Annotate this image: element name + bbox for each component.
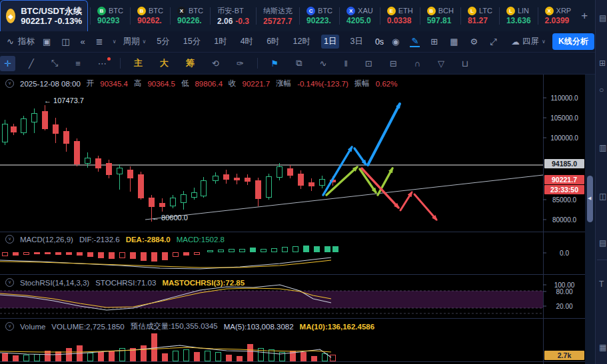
chevron-down-icon: ∨ bbox=[542, 39, 546, 45]
svg-text:100000.0: 100000.0 bbox=[550, 134, 578, 142]
active-symbol-tab[interactable]: ◆ BTC/USDT永续 90221.7 -0.13% bbox=[0, 0, 88, 31]
timeframe-6时[interactable]: 6时 bbox=[264, 35, 282, 49]
kline-analysis-button[interactable]: K线分析 bbox=[552, 33, 594, 50]
measure-tool[interactable]: ⧉ bbox=[292, 55, 306, 71]
ticker-symbol: LTC bbox=[479, 7, 492, 15]
lock-tool[interactable]: ⊡ bbox=[361, 56, 376, 71]
axis-label-90221.7: 90221.7 bbox=[544, 175, 584, 184]
indicators-button[interactable]: ∿ 指标 bbox=[5, 36, 35, 47]
collapse-pane-icon[interactable]: ∨ bbox=[5, 278, 14, 287]
coin-gold-icon: L bbox=[468, 7, 476, 15]
ticker-XRP[interactable]: XXRP2.0399 bbox=[540, 7, 576, 25]
more-tools[interactable]: ⋯ bbox=[94, 56, 111, 71]
chart-scrollbar[interactable]: ◀ bbox=[585, 75, 595, 364]
sidebar-icon[interactable]: ○ bbox=[599, 85, 604, 94]
note-tool[interactable]: ⊟ bbox=[386, 56, 401, 71]
ticker-币安-BT[interactable]: 币安-BT2.06-0.3 bbox=[213, 6, 254, 26]
svg-text:← 107473.7: ← 107473.7 bbox=[44, 96, 84, 104]
ticker-price: 0.0338 bbox=[387, 16, 412, 25]
ticker-LTC[interactable]: LLTC81.27 bbox=[463, 7, 497, 25]
chart-area[interactable]: ← 107473.7← 80600.0110000.0105000.010000… bbox=[0, 75, 607, 364]
ticker-BTC[interactable]: BBTC90293 bbox=[93, 7, 128, 25]
coin-black-icon: X bbox=[177, 7, 186, 15]
active-symbol-change: -0.13% bbox=[55, 16, 82, 26]
ticker-BTC[interactable]: BBTC90262. bbox=[133, 7, 168, 25]
svg-text:80000.0: 80000.0 bbox=[552, 216, 577, 224]
coin-gold-icon: X bbox=[545, 7, 554, 15]
cloud-layout-dropdown[interactable]: ☁ 四屏 ∨ bbox=[512, 36, 546, 47]
sidebar-icon[interactable]: ◫ bbox=[599, 192, 606, 201]
chart-style-icon[interactable]: ≣ bbox=[95, 37, 105, 47]
ticker-symbol: 币安-BT bbox=[217, 6, 244, 16]
timeframe-4时[interactable]: 4时 bbox=[238, 35, 256, 49]
timeframe-1日[interactable]: 1日 bbox=[321, 35, 339, 49]
settings-icon[interactable]: ⚙ bbox=[469, 37, 480, 47]
timeframe-list: 5分15分1时4时6时12时1日3日 bbox=[154, 35, 366, 49]
ticker-symbol: XRP bbox=[556, 7, 572, 15]
ticker-price: 597.81 bbox=[427, 16, 452, 25]
add-ticker-button[interactable]: + bbox=[577, 9, 592, 23]
image-export-icon[interactable]: ▦ bbox=[448, 37, 459, 47]
ticker-price: 90223. bbox=[306, 16, 331, 25]
ticker-XAU[interactable]: XXAU4205.0 bbox=[342, 7, 378, 25]
svg-text:110000.0: 110000.0 bbox=[551, 94, 578, 102]
ticker-ETH[interactable]: EETH0.0338 bbox=[382, 7, 418, 25]
ticker-LIN[interactable]: LLIN13.636 bbox=[502, 7, 536, 25]
rotate-tool[interactable]: ⟲ bbox=[208, 56, 223, 71]
filter-tool[interactable]: ▽ bbox=[434, 56, 448, 71]
active-symbol-text: BTC/USDT永续 90221.7 -0.13% bbox=[21, 6, 82, 26]
flag-tool[interactable]: ⚑ bbox=[267, 56, 283, 71]
chip-distribution-toggle[interactable]: 筹 bbox=[182, 55, 199, 72]
cloud-icon: ☁ bbox=[512, 37, 520, 47]
timeframe-15分[interactable]: 15分 bbox=[181, 35, 203, 49]
main-toolbar: ∿ 指标 ▣◫«≣∨ 周期∨ 5分15分1时4时6时12时1日3日 0s ◉✎⊞… bbox=[0, 31, 607, 53]
right-sidebar[interactable]: ▤⊞○▥◫▤T▦ bbox=[595, 0, 607, 364]
add-pane-icon[interactable]: ⊞ bbox=[429, 37, 439, 47]
sidebar-icon[interactable]: ⊞ bbox=[599, 59, 606, 68]
trendline-tool[interactable]: ╱ bbox=[25, 56, 38, 71]
ticker-price: 2.0399 bbox=[545, 16, 570, 25]
draw-mode-icon[interactable]: ✎ bbox=[410, 36, 420, 47]
collapse-pane-icon[interactable]: ∨ bbox=[5, 79, 14, 88]
period-dropdown[interactable]: 周期∨ bbox=[123, 36, 147, 47]
ticker-BTC[interactable]: XBTC90226. bbox=[173, 7, 208, 25]
ruler-tool[interactable]: ⤡ bbox=[47, 55, 62, 71]
timeframe-12时[interactable]: 12时 bbox=[291, 35, 313, 49]
screenshot-icon[interactable]: ◉ bbox=[390, 37, 400, 47]
timeframe-3日[interactable]: 3日 bbox=[347, 35, 365, 49]
drawing-toolbar: ✛╱⤡≡⋯主大筹⟲✑⚑⧉∿‖⊡⊟∩▽⊔ bbox=[0, 53, 607, 75]
ticker-BCH[interactable]: BBCH597.81 bbox=[422, 7, 458, 25]
collapse-pane-icon[interactable]: ∨ bbox=[5, 322, 14, 331]
magnet-tool[interactable]: ∩ bbox=[410, 56, 424, 71]
delete-tool[interactable]: ⊔ bbox=[458, 56, 472, 71]
sidebar-icon[interactable]: ▤ bbox=[599, 238, 606, 248]
scrollbar-thumb[interactable]: ◀ bbox=[587, 176, 593, 222]
ticker-纳斯达克[interactable]: 纳斯达克25727.7 bbox=[259, 6, 297, 26]
candlestick-chart[interactable]: ← 107473.7← 80600.0110000.0105000.010000… bbox=[0, 75, 595, 364]
collapse-pane-icon[interactable]: ∨ bbox=[5, 235, 14, 244]
ticker-symbol: BCH bbox=[438, 7, 454, 15]
timeframe-1时[interactable]: 1时 bbox=[211, 35, 229, 49]
main-chart-toggle[interactable]: 主 bbox=[130, 55, 147, 72]
fullscreen-icon[interactable]: ⤢ bbox=[488, 37, 498, 47]
large-view-toggle[interactable]: 大 bbox=[156, 55, 173, 72]
sidebar-icon[interactable]: ▥ bbox=[599, 143, 606, 152]
replay-icon[interactable]: « bbox=[79, 37, 87, 47]
collapse-panel-icon: ◀ bbox=[588, 196, 591, 201]
svg-text:105000.0: 105000.0 bbox=[550, 114, 578, 122]
watchlist-icon[interactable]: ▣ bbox=[41, 37, 52, 47]
crosshair-tool[interactable]: ✛ bbox=[0, 56, 15, 71]
parallel-lines-tool[interactable]: ≡ bbox=[71, 56, 85, 71]
pattern-tool[interactable]: ‖ bbox=[340, 56, 351, 71]
brush-tool[interactable]: ✑ bbox=[233, 56, 248, 71]
ticker-BTC[interactable]: CBTC90223. bbox=[302, 7, 337, 25]
sidebar-icon[interactable]: ▦ bbox=[599, 343, 606, 352]
ticker-symbol: LIN bbox=[518, 7, 529, 15]
timeframe-5分[interactable]: 5分 bbox=[154, 35, 172, 49]
ticker-price: 90262. bbox=[137, 16, 162, 25]
pen-wave-tool[interactable]: ∿ bbox=[316, 56, 331, 71]
layout-compare-icon[interactable]: ◫ bbox=[60, 37, 71, 47]
axis-label-94185.0: 94185.0 bbox=[544, 159, 584, 168]
sidebar-icon[interactable]: T bbox=[599, 279, 604, 289]
sidebar-icon[interactable]: ▤ bbox=[599, 13, 606, 23]
